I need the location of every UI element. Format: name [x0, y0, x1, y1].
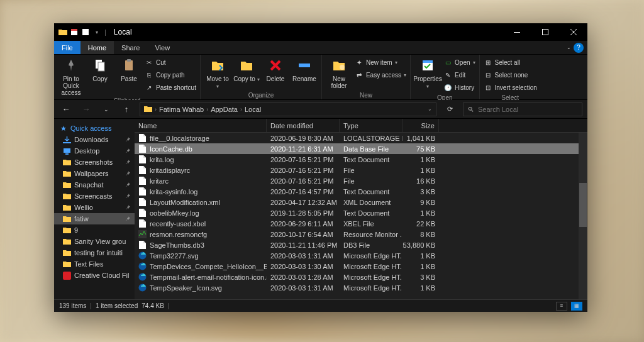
sidebar-item[interactable]: Sanity View grou: [54, 236, 135, 247]
pin-quick-access-button[interactable]: Pin to Quick access: [58, 57, 84, 96]
file-row[interactable]: kritarc2020-07-16 5:21 PMFile16 KB: [135, 175, 587, 186]
file-date: 2020-11-21 11:46 PM: [267, 241, 340, 249]
file-row[interactable]: SageThumbs.db32020-11-21 11:46 PMDB3 Fil…: [135, 240, 587, 250]
file-row[interactable]: krita-sysinfo.log2020-07-16 4:57 PMText …: [135, 186, 587, 197]
sidebar-item[interactable]: Wellio📌︎: [54, 202, 135, 213]
breadcrumb-segment[interactable]: Local: [245, 106, 261, 113]
forward-button[interactable]: →: [79, 102, 93, 116]
sidebar-item[interactable]: Desktop📌︎: [54, 145, 135, 157]
tab-file[interactable]: File: [54, 41, 80, 54]
breadcrumb-segment[interactable]: Fatima Wahab: [159, 106, 204, 113]
recent-dropdown[interactable]: ⌄: [99, 102, 113, 116]
history-button[interactable]: 🕑History: [443, 82, 475, 93]
pin-icon: 📌︎: [125, 182, 131, 188]
file-size: 3 KB: [402, 188, 439, 196]
breadcrumb[interactable]: › Fatima Wahab› AppData› Local ⌄: [140, 102, 436, 116]
tab-home[interactable]: Home: [80, 41, 114, 54]
file-row[interactable]: recently-used.xbel2020-06-29 6:11 AMXBEL…: [135, 218, 587, 229]
file-row[interactable]: file__0.localstorage2020-06-19 8:30 AMLO…: [135, 133, 587, 143]
sidebar-item[interactable]: fatiw📌︎: [54, 213, 135, 224]
copy-to-button[interactable]: Copy to ▾: [233, 57, 260, 83]
sidebar-item[interactable]: testing for intuiti: [54, 247, 135, 258]
refresh-button[interactable]: ⟳: [443, 102, 457, 116]
sidebar-item[interactable]: Snapchat📌︎: [54, 179, 135, 190]
column-type[interactable]: Type: [340, 119, 402, 132]
up-button[interactable]: ↑: [119, 102, 133, 116]
scrollbar-thumb[interactable]: [579, 183, 587, 227]
file-name: resmon.resmoncfg: [150, 231, 207, 238]
details-view-button[interactable]: ≡: [556, 302, 567, 311]
tab-share[interactable]: Share: [114, 41, 147, 54]
help-icon[interactable]: ?: [574, 43, 584, 53]
file-date: 2020-06-19 8:30 AM: [267, 135, 340, 142]
sidebar-item[interactable]: 9: [54, 224, 135, 236]
sidebar-item[interactable]: Creative Cloud Fil: [54, 270, 135, 281]
copy-path-button[interactable]: ⎘Copy path: [145, 69, 196, 80]
sidebar-item[interactable]: Screencasts📌︎: [54, 190, 135, 202]
sparkle-icon: ✦: [355, 58, 364, 67]
select-none-button[interactable]: ⊟Select none: [484, 69, 537, 80]
qat-dropdown-icon[interactable]: ▾: [92, 27, 102, 37]
breadcrumb-segment[interactable]: AppData: [211, 106, 238, 113]
quick-access-header[interactable]: ★Quick access: [54, 123, 135, 134]
sidebar-item[interactable]: Wallpapers📌︎: [54, 168, 135, 179]
breadcrumb-history-icon[interactable]: ⌄: [428, 106, 432, 112]
edit-button[interactable]: ✎Edit: [443, 69, 475, 80]
file-row[interactable]: Tempmail-alert-email-notification-icon.s…: [135, 272, 587, 282]
back-button[interactable]: ←: [59, 102, 73, 116]
sidebar-item-label: Sanity View grou: [74, 238, 126, 245]
paste-button[interactable]: Paste: [116, 57, 142, 82]
invert-selection-button[interactable]: ⊡Invert selection: [484, 82, 537, 93]
folder-icon: [58, 27, 68, 37]
maximize-button[interactable]: [531, 23, 559, 41]
file-date: 2020-07-16 5:21 PM: [267, 156, 340, 163]
column-size[interactable]: Size: [402, 119, 439, 132]
ribbon-collapse-icon[interactable]: ⌄: [567, 45, 571, 50]
file-row[interactable]: TempSpeaker_Icon.svg2020-03-03 1:31 AMMi…: [135, 282, 587, 293]
open-button[interactable]: ▭Open ▾: [443, 57, 475, 68]
file-row[interactable]: IconCache.db2020-11-21 6:31 AMData Base …: [135, 143, 587, 154]
tab-view[interactable]: View: [147, 41, 177, 54]
menu-tabs: File Home Share View ⌄ ?: [54, 41, 587, 55]
file-row[interactable]: kritadisplayrc2020-07-16 5:21 PMFile1 KB: [135, 165, 587, 175]
file-row[interactable]: krita.log2020-07-16 5:21 PMText Document…: [135, 154, 587, 165]
easy-access-button[interactable]: ⇄Easy access ▾: [355, 69, 406, 80]
qat-new-icon[interactable]: [80, 27, 91, 37]
minimize-button[interactable]: [502, 23, 531, 41]
file-row[interactable]: LayoutModification.xml2020-04-17 12:32 A…: [135, 197, 587, 207]
copy-button[interactable]: Copy: [87, 57, 113, 82]
file-size: 3 KB: [402, 273, 439, 281]
thumbnails-view-button[interactable]: ▦: [571, 302, 582, 311]
file-name: krita.log: [150, 156, 174, 163]
file-icon: [138, 134, 147, 142]
cut-button[interactable]: ✂Cut: [145, 57, 196, 68]
select-all-button[interactable]: ⊞Select all: [484, 57, 537, 68]
new-item-button[interactable]: ✦New item ▾: [355, 57, 406, 68]
sidebar-item[interactable]: Downloads📌︎: [54, 134, 135, 145]
search-box[interactable]: 🔍︎: [463, 102, 582, 116]
svg-rect-2: [82, 29, 89, 35]
file-type: Text Document: [340, 156, 402, 163]
folder-icon: [63, 204, 71, 212]
close-button[interactable]: [559, 23, 587, 41]
paste-shortcut-button[interactable]: ↗Paste shortcut: [145, 82, 196, 93]
file-row[interactable]: Temp32277.svg2020-03-03 1:31 AMMicrosoft…: [135, 250, 587, 261]
file-row[interactable]: resmon.resmoncfg2020-10-17 6:54 AMResour…: [135, 229, 587, 240]
file-row[interactable]: TempDevices_Compete_HelloIcon__Blue...20…: [135, 261, 587, 272]
delete-button[interactable]: Delete: [262, 57, 289, 82]
sidebar-item[interactable]: Text Files: [54, 258, 135, 270]
scrollbar[interactable]: [579, 133, 587, 299]
file-type: Microsoft Edge HT...: [340, 252, 402, 260]
move-to-button[interactable]: Move to ▾: [204, 57, 231, 90]
search-input[interactable]: [478, 106, 578, 113]
rename-button[interactable]: Rename: [291, 57, 318, 82]
file-icon: [138, 284, 147, 292]
properties-button[interactable]: Properties ▾: [414, 57, 441, 90]
column-name[interactable]: Name: [135, 119, 267, 132]
address-bar: ← → ⌄ ↑ › Fatima Wahab› AppData› Local ⌄…: [54, 100, 587, 119]
file-row[interactable]: oobelibMkey.log2019-11-28 5:05 PMText Do…: [135, 207, 587, 218]
column-date[interactable]: Date modified: [267, 119, 340, 132]
qat-properties-icon[interactable]: [69, 27, 79, 37]
new-folder-button[interactable]: New folder: [326, 57, 352, 89]
sidebar-item[interactable]: Screenshots📌︎: [54, 157, 135, 168]
